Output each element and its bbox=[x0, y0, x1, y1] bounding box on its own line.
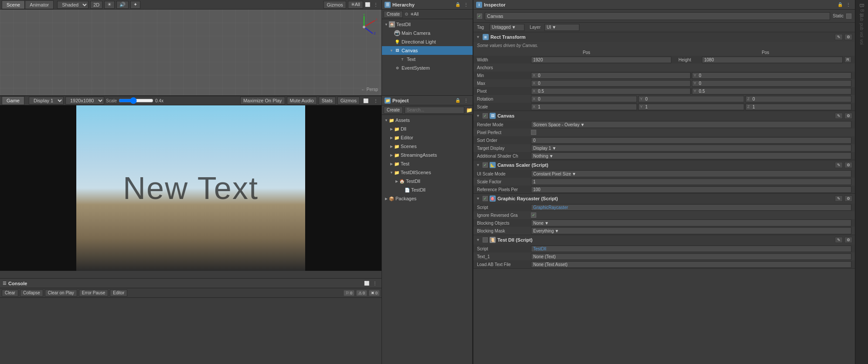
scene-maximize[interactable]: ⬜ bbox=[363, 2, 372, 7]
object-name-field[interactable] bbox=[485, 12, 830, 20]
graphic-raycaster-checkbox[interactable] bbox=[483, 196, 488, 201]
all-btn[interactable]: ✳All bbox=[348, 1, 363, 9]
graphic-raycaster-gear-btn[interactable]: ⚙ bbox=[844, 195, 852, 202]
min-x-field[interactable]: X0 bbox=[531, 72, 691, 79]
inspector-lock[interactable]: 🔒 bbox=[836, 2, 844, 7]
tag-dropdown[interactable]: Untagged ▼ bbox=[490, 24, 524, 31]
canvas-scaler-checkbox[interactable] bbox=[483, 162, 488, 168]
hierarchy-all-btn[interactable]: ✳All bbox=[410, 12, 419, 17]
pivot-x-field[interactable]: X0.5 bbox=[531, 88, 691, 94]
tab-animator[interactable]: Animator bbox=[25, 0, 54, 9]
pivot-y-field[interactable]: Y0.5 bbox=[692, 88, 851, 94]
max-y-field[interactable]: Y0 bbox=[692, 80, 851, 87]
scale-factor-field[interactable]: 1 bbox=[531, 179, 851, 185]
blocking-objects-dropdown[interactable]: None▼ bbox=[531, 219, 851, 226]
graphic-raycaster-edit-btn[interactable]: ✎ bbox=[835, 195, 843, 202]
clear-on-play-btn[interactable]: Clear on Play bbox=[45, 290, 77, 297]
canvas-scaler-edit-btn[interactable]: ✎ bbox=[835, 162, 843, 168]
test-dll-header[interactable]: ▼ 📜 Test Dll (Script) ✎ ⚙ bbox=[473, 235, 855, 245]
display-dropdown[interactable]: Display 1 bbox=[29, 97, 64, 104]
tree-item-text[interactable]: T Text bbox=[382, 55, 473, 64]
object-active-checkbox[interactable] bbox=[477, 13, 482, 19]
game-gizmos-btn[interactable]: Gizmos bbox=[337, 97, 360, 104]
pixel-perfect-checkbox[interactable] bbox=[531, 130, 536, 135]
rect-transform-header[interactable]: ▼ ⊞ Rect Transform ✎ ⚙ bbox=[473, 32, 855, 42]
scale-y-field[interactable]: Y1 bbox=[638, 104, 744, 110]
project-search-input[interactable] bbox=[405, 107, 464, 114]
shading-dropdown[interactable]: Shaded bbox=[57, 1, 89, 9]
blocking-mask-dropdown[interactable]: Everything▼ bbox=[531, 227, 851, 234]
maximize-on-play-btn[interactable]: Maximize On Play bbox=[240, 97, 285, 104]
error-pause-btn[interactable]: Error Pause bbox=[79, 290, 108, 297]
static-checkbox[interactable] bbox=[846, 13, 851, 19]
rot-z-field[interactable]: Z0 bbox=[745, 96, 851, 102]
canvas-edit-btn[interactable]: ✎ bbox=[835, 113, 843, 119]
project-lock[interactable]: 🔒 bbox=[453, 98, 462, 103]
stats-btn[interactable]: Stats bbox=[319, 97, 336, 104]
project-assets[interactable]: ▼ 📁 Assets bbox=[382, 116, 472, 125]
resolution-dropdown[interactable]: 1920x1080 bbox=[65, 97, 104, 104]
collapse-btn[interactable]: Collapse bbox=[20, 290, 43, 297]
rot-y-field[interactable]: Y0 bbox=[638, 96, 744, 102]
tree-item-eventsystem[interactable]: ⚙ EventSystem bbox=[382, 64, 473, 72]
test-dll-gear-btn[interactable]: ⚙ bbox=[844, 237, 852, 243]
mute-audio-btn[interactable]: Mute Audio bbox=[287, 97, 317, 104]
ignore-checkbox[interactable] bbox=[531, 212, 536, 218]
tab-scene[interactable]: Scene bbox=[2, 0, 25, 9]
canvas-comp-checkbox[interactable] bbox=[483, 113, 488, 118]
hierarchy-create-btn[interactable]: Create bbox=[384, 11, 403, 18]
scale-slider[interactable] bbox=[119, 97, 153, 104]
scale-x-field[interactable]: X1 bbox=[531, 104, 637, 110]
audio-toggle[interactable]: 🔊 bbox=[116, 1, 129, 9]
add-shader-dropdown[interactable]: Nothing▼ bbox=[531, 152, 851, 159]
ui-scale-dropdown[interactable]: Constant Pixel Size▼ bbox=[531, 170, 851, 177]
render-mode-dropdown[interactable]: Screen Space - Overlay▼ bbox=[531, 121, 851, 128]
rect-transform-menu-btn[interactable]: ⚙ bbox=[844, 34, 852, 40]
fx-toggle[interactable]: ✦ bbox=[130, 1, 140, 9]
test-dll-script-field[interactable]: TestDll bbox=[531, 246, 851, 252]
scene-menu[interactable]: ⋮ bbox=[372, 2, 380, 7]
project-folder-btn[interactable]: 📁 bbox=[466, 107, 473, 113]
max-x-field[interactable]: X0 bbox=[531, 80, 691, 87]
gizmos-btn[interactable]: Gizmos bbox=[323, 1, 346, 9]
project-create-btn[interactable]: Create bbox=[384, 107, 403, 114]
project-editor[interactable]: ▶ 📁 Editor bbox=[382, 133, 472, 142]
project-menu[interactable]: ⋮ bbox=[462, 98, 470, 103]
test-dll-edit-btn[interactable]: ✎ bbox=[835, 237, 843, 243]
width-field[interactable]: 1920 bbox=[531, 57, 671, 63]
game-menu[interactable]: ⋮ bbox=[372, 98, 380, 103]
game-maximize[interactable]: ⬜ bbox=[361, 98, 370, 103]
hierarchy-menu[interactable]: ⋮ bbox=[462, 2, 470, 7]
canvas-gear-btn[interactable]: ⚙ bbox=[844, 113, 852, 119]
rect-r-btn[interactable]: R bbox=[844, 57, 852, 63]
project-testdll-file[interactable]: 📄 TestDll bbox=[382, 185, 472, 194]
load-ab-field[interactable]: None (Text Asset) bbox=[531, 261, 851, 268]
rot-x-field[interactable]: X0 bbox=[531, 96, 637, 102]
editor-btn[interactable]: Editor bbox=[110, 290, 127, 297]
tree-item-directional-light[interactable]: 💡 Directional Light bbox=[382, 37, 473, 46]
min-y-field[interactable]: Y0 bbox=[692, 72, 851, 79]
console-maximize[interactable]: ⬜ bbox=[362, 281, 371, 286]
test-dll-checkbox[interactable] bbox=[483, 237, 488, 243]
project-streaming-assets[interactable]: ▶ 📁 StreamingAssets bbox=[382, 151, 472, 159]
project-packages[interactable]: ▶ 📦 Packages bbox=[382, 194, 472, 203]
hierarchy-lock[interactable]: 🔒 bbox=[453, 2, 462, 7]
project-dll[interactable]: ▶ 📁 Dll bbox=[382, 125, 472, 133]
project-testdllscenes[interactable]: ▼ 📁 TestDllScenes bbox=[382, 168, 472, 177]
project-scenes[interactable]: ▶ 📁 Scenes bbox=[382, 142, 472, 151]
height-field[interactable]: 1080 bbox=[702, 57, 842, 63]
canvas-component-header[interactable]: ▼ 🖼 Canvas ✎ ⚙ bbox=[473, 111, 855, 121]
console-menu[interactable]: ⋮ bbox=[371, 281, 379, 286]
project-test[interactable]: ▶ 📁 Test bbox=[382, 159, 472, 168]
layer-dropdown[interactable]: UI ▼ bbox=[545, 24, 579, 31]
sort-order-field[interactable]: 0 bbox=[531, 137, 851, 144]
rect-transform-edit-btn[interactable]: ✎ bbox=[835, 34, 843, 40]
graphic-raycaster-header[interactable]: ▼ 🎯 Graphic Raycaster (Script) ✎ ⚙ bbox=[473, 194, 855, 203]
tab-game[interactable]: Game bbox=[2, 96, 24, 105]
inspector-menu[interactable]: ⋮ bbox=[844, 2, 852, 7]
canvas-scaler-gear-btn[interactable]: ⚙ bbox=[844, 162, 852, 168]
tree-item-canvas[interactable]: ▼ 🖼 Canvas bbox=[382, 46, 473, 55]
gr-script-field[interactable]: GraphicRaycaster bbox=[531, 204, 851, 211]
project-testdll-scene[interactable]: ▶ 🏠 TestDll bbox=[382, 177, 472, 185]
tree-item-testdll[interactable]: ▼ 🏠 TestDll bbox=[382, 20, 473, 29]
